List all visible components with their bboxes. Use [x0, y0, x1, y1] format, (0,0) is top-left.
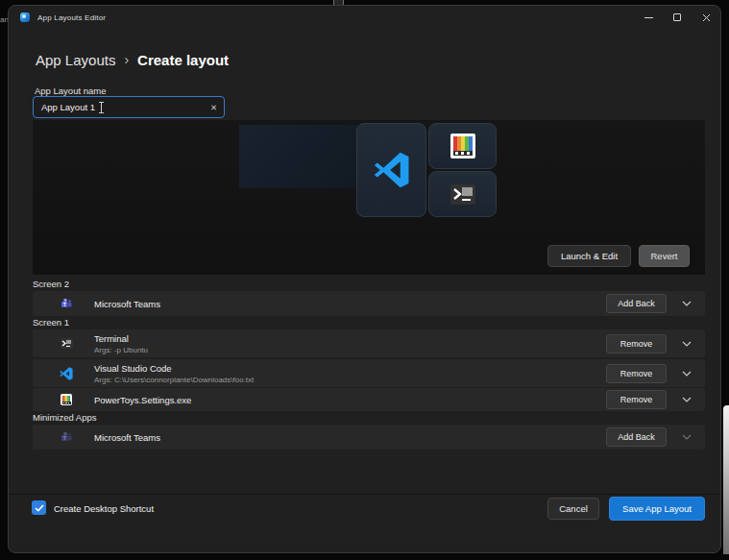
section-label-screen-1: Screen 1 [33, 317, 69, 328]
minimize-button[interactable] [634, 6, 663, 29]
section-label-minimized-apps: Minimized Apps [33, 412, 97, 423]
app-row-teams-screen2[interactable]: T Microsoft Teams Add Back [33, 291, 705, 316]
layout-preview-canvas: Launch & Edit Revert [33, 120, 705, 275]
close-button[interactable] [692, 6, 720, 29]
maximize-icon [673, 13, 681, 21]
app-layouts-editor-window: App Layouts Editor App Layouts › Create … [8, 5, 721, 553]
terminal-icon [59, 336, 74, 352]
terminal-icon [450, 184, 475, 205]
breadcrumb-separator-icon: › [124, 52, 129, 67]
page-title: Create layout [137, 52, 229, 68]
powertoys-icon [59, 392, 74, 407]
preview-tile-powertoys[interactable] [428, 123, 497, 169]
app-layout-name-label: App Layout name [35, 85, 106, 96]
app-row-title: PowerToys.Settings.exe [94, 395, 191, 405]
breadcrumb: App Layouts › Create layout [36, 48, 229, 71]
breadcrumb-app-layouts[interactable]: App Layouts [36, 52, 115, 68]
revert-button[interactable]: Revert [639, 245, 690, 267]
app-row-title: Visual Studio Code [94, 363, 254, 374]
minimize-icon [644, 17, 653, 18]
create-desktop-shortcut-checkbox[interactable] [32, 500, 46, 515]
app-row-terminal[interactable]: Terminal Args: -p Ubuntu Remove [33, 329, 705, 357]
vscode-icon [59, 366, 74, 381]
app-logo-icon [20, 12, 30, 22]
add-back-button[interactable]: Add Back [606, 427, 667, 447]
remove-button[interactable]: Remove [606, 364, 667, 383]
app-row-title: Microsoft Teams [94, 299, 160, 309]
svg-text:T: T [63, 302, 66, 307]
cancel-button[interactable]: Cancel [547, 498, 599, 520]
text-cursor-icon [98, 102, 105, 113]
save-app-layout-button[interactable]: Save App Layout [609, 497, 705, 521]
teams-icon: T [59, 296, 74, 311]
preview-tile-terminal[interactable] [428, 171, 497, 217]
add-back-button[interactable]: Add Back [606, 294, 667, 313]
clear-input-icon[interactable]: ✕ [210, 103, 217, 112]
titlebar: App Layouts Editor [9, 6, 720, 29]
remove-button[interactable]: Remove [606, 334, 667, 353]
app-row-vscode[interactable]: Visual Studio Code Args: C:\Users\connor… [33, 359, 705, 387]
vscode-icon [374, 152, 410, 188]
window-title: App Layouts Editor [37, 13, 106, 22]
app-row-args: Args: -p Ubuntu [94, 346, 148, 354]
launch-and-edit-button[interactable]: Launch & Edit [547, 245, 631, 267]
app-layout-name-input[interactable]: App Layout 1 ✕ [33, 96, 225, 118]
app-row-title: Terminal [94, 333, 148, 344]
app-row-teams-minimized[interactable]: T Microsoft Teams Add Back [33, 425, 705, 450]
powertoys-icon [450, 134, 475, 158]
app-row-title: Microsoft Teams [94, 432, 160, 443]
preview-screen-region [239, 125, 358, 188]
expand-chevron-icon[interactable] [678, 301, 695, 306]
expand-chevron-icon[interactable] [678, 341, 695, 347]
teams-icon: T [59, 429, 74, 445]
checkmark-icon [35, 504, 44, 512]
background-window-edge [723, 405, 729, 554]
maximize-button[interactable] [663, 6, 692, 29]
remove-button[interactable]: Remove [606, 390, 667, 409]
app-row-powertoys[interactable]: PowerToys.Settings.exe Remove [33, 388, 705, 411]
footer-divider [9, 494, 720, 495]
preview-tile-vscode[interactable] [356, 123, 426, 217]
svg-text:T: T [63, 435, 66, 441]
create-desktop-shortcut-label: Create Desktop Shortcut [54, 503, 154, 514]
app-layout-name-value: App Layout 1 [41, 102, 95, 112]
expand-chevron-icon[interactable] [678, 434, 695, 440]
expand-chevron-icon[interactable] [678, 371, 695, 377]
app-row-args: Args: C:\Users\connorplante\Downloads\fo… [94, 376, 254, 384]
close-icon [702, 13, 711, 22]
expand-chevron-icon[interactable] [678, 397, 695, 402]
section-label-screen-2: Screen 2 [33, 279, 69, 289]
